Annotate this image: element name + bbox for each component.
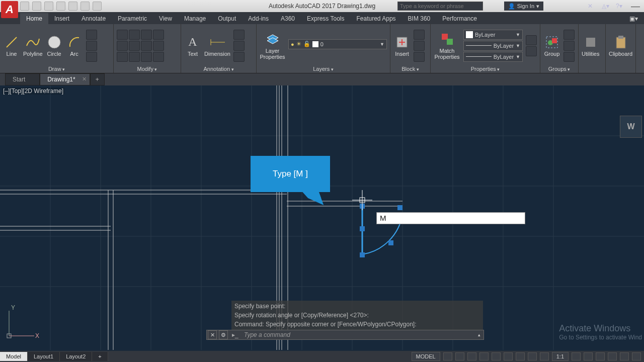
qat-redo-icon[interactable] [93,2,102,11]
erase-icon[interactable] [153,30,164,40]
leader-icon[interactable] [233,30,245,40]
tab-insert[interactable]: Insert [48,13,75,24]
panel-properties-title[interactable]: Properties [434,65,537,73]
layout-tab-layout1[interactable]: Layout1 [28,352,60,361]
create-icon[interactable] [414,30,425,40]
polar-toggle-icon[interactable] [479,352,489,360]
copy-icon[interactable] [117,41,128,51]
layer-dropdown[interactable]: ● ☀ 🔓 0 ▼ [288,39,387,49]
panel-modify-title[interactable]: Modify [117,65,178,73]
lineweight-toggle-icon[interactable] [516,352,525,360]
qat-new-icon[interactable] [20,2,29,11]
osnap-toggle-icon[interactable] [492,352,501,360]
linetype-dropdown[interactable]: ByLayer▼ [463,52,523,62]
annomon-icon[interactable] [584,352,593,360]
panel-layers-title[interactable]: Layers [260,65,387,73]
app-logo[interactable]: A [1,1,18,18]
layer-properties-button[interactable]: Layer Properties [260,32,285,60]
ungroup-icon[interactable] [564,30,575,40]
mirror-icon[interactable] [129,41,140,51]
exchange-icon[interactable]: ✕ [588,2,596,10]
tab-featuredapps[interactable]: Featured Apps [351,13,402,24]
offset-icon[interactable] [153,52,164,62]
table-icon[interactable] [233,41,245,51]
ribbon-minimize-icon[interactable]: ▣▾ [623,13,644,24]
close-icon[interactable]: ✕ [82,76,87,82]
ellipse-icon[interactable] [86,41,97,51]
rotate-icon[interactable] [129,30,140,40]
circle-button[interactable]: Circle [46,35,63,57]
group-button[interactable]: Group [543,35,560,57]
qat-saveas-icon[interactable] [56,2,65,11]
doctab-start[interactable]: Start [5,73,40,85]
isolate-icon[interactable] [608,352,617,360]
search-input[interactable] [397,2,483,11]
qat-open-icon[interactable] [32,2,41,11]
tab-manage[interactable]: Manage [178,13,212,24]
tab-expresstools[interactable]: Express Tools [301,13,350,24]
command-line[interactable]: ✕ ⚙ ▸_ Type a command ▴ [206,330,484,340]
qat-undo-icon[interactable] [80,2,90,11]
snap-toggle-icon[interactable] [455,352,464,360]
utilities-button[interactable]: Utilities [582,35,599,57]
doctab-new[interactable]: + [90,73,105,85]
panel-draw-title[interactable]: Draw [3,65,110,73]
fillet-icon[interactable] [141,41,152,51]
move-icon[interactable] [117,30,128,40]
prop-icon2[interactable] [526,46,537,56]
clipboard-button[interactable]: Clipboard [609,35,632,57]
cmd-options-icon[interactable]: ⚙ [219,330,228,339]
drawing-canvas[interactable]: [–][Top][2D Wireframe] [0,85,644,350]
tab-annotate[interactable]: Annotate [75,13,112,24]
prop-icon1[interactable] [526,35,537,45]
grid-toggle-icon[interactable] [443,352,452,360]
qat-plot-icon[interactable] [68,2,77,11]
hatch-icon[interactable] [86,52,97,62]
cmd-recent-icon[interactable]: ▴ [478,332,480,337]
cycling-toggle-icon[interactable] [540,352,549,360]
viewcube[interactable]: W [620,116,642,138]
doctab-drawing1[interactable]: Drawing1*✕ [40,73,90,85]
panel-groups-title[interactable]: Groups [543,65,575,73]
attr-icon[interactable] [414,52,425,62]
marker-icon[interactable] [233,52,245,62]
explode-icon[interactable] [153,41,164,51]
tab-parametric[interactable]: Parametric [112,13,153,24]
help-icon[interactable]: ?▾ [616,2,624,10]
minimize-button[interactable]: — [631,1,640,12]
layout-tab-model[interactable]: Model [0,352,28,361]
stretch-icon[interactable] [117,52,128,62]
layout-tab-layout2[interactable]: Layout2 [60,352,92,361]
rect-icon[interactable] [86,30,97,40]
scale-icon[interactable] [129,52,140,62]
dimension-button[interactable]: Dimension [204,35,230,57]
otrack-toggle-icon[interactable] [504,352,513,360]
ortho-toggle-icon[interactable] [467,352,476,360]
tab-output[interactable]: Output [212,13,242,24]
polyline-button[interactable]: Polyline [23,35,43,57]
tab-performance[interactable]: Performance [436,13,483,24]
qat-save-icon[interactable] [44,2,53,11]
lineweight-dropdown[interactable]: ByLayer▼ [463,41,523,51]
hardware-icon[interactable] [596,352,605,360]
edit-icon[interactable] [414,41,425,51]
signin-button[interactable]: 👤 Sign In ▾ [504,2,543,11]
modelspace-toggle[interactable]: MODEL [412,352,440,361]
panel-block-title[interactable]: Block [393,65,427,73]
workspace-icon[interactable] [572,352,581,360]
text-button[interactable]: AText [184,35,201,57]
cmd-close-icon[interactable]: ✕ [208,330,217,339]
tab-addins[interactable]: Add-ins [242,13,275,24]
arc-button[interactable]: Arc [66,35,83,57]
tab-view[interactable]: View [153,13,178,24]
transparency-toggle-icon[interactable] [528,352,537,360]
anno-scale[interactable]: 1:1 [552,352,569,361]
color-dropdown[interactable]: ByLayer▼ [463,30,523,40]
customize-icon[interactable] [632,352,641,360]
a360-icon[interactable]: ◬▾ [602,2,610,10]
array-icon[interactable] [141,52,152,62]
panel-annotation-title[interactable]: Annotation [184,65,253,73]
tab-home[interactable]: Home [20,13,48,24]
tab-bim360[interactable]: BIM 360 [402,13,437,24]
dynamic-input[interactable]: M [376,212,525,224]
